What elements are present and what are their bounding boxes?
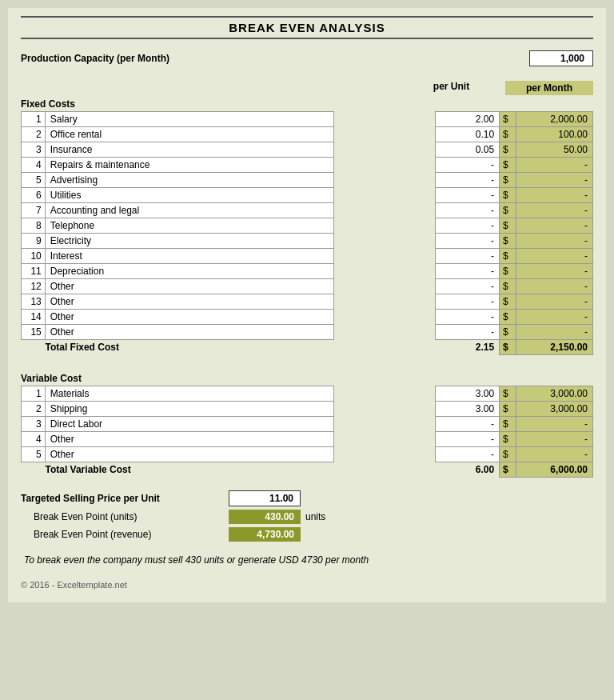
row-per-unit[interactable]: 3.00 <box>436 386 500 401</box>
fixed-costs-title: Fixed Costs <box>21 98 593 110</box>
row-label[interactable]: Other <box>45 294 333 310</box>
row-num: 14 <box>22 310 46 325</box>
row-per-unit[interactable]: - <box>436 310 500 325</box>
row-num: 7 <box>22 203 46 218</box>
fixed-total-label: Total Fixed Cost <box>22 340 385 355</box>
column-headers: per Unit per Month <box>21 81 593 95</box>
row-per-unit[interactable]: - <box>436 431 500 446</box>
row-per-unit[interactable]: - <box>436 249 500 264</box>
row-per-month: - <box>516 310 593 325</box>
row-label[interactable]: Other <box>45 431 333 446</box>
row-label[interactable]: Accounting and legal <box>45 203 333 218</box>
row-per-unit[interactable]: - <box>436 173 500 188</box>
row-per-unit[interactable]: - <box>436 203 500 218</box>
row-per-month: - <box>516 234 593 249</box>
row-label[interactable]: Office rental <box>45 127 333 142</box>
row-per-unit[interactable]: 2.00 <box>436 112 500 127</box>
fixed-cost-row: 14 Other - $ - <box>22 310 593 325</box>
row-label[interactable]: Interest <box>45 249 333 264</box>
row-num: 12 <box>22 279 46 294</box>
row-label[interactable]: Other <box>45 446 333 462</box>
row-per-month: - <box>516 446 593 462</box>
dollar-sign: $ <box>500 112 516 127</box>
row-label[interactable]: Other <box>45 310 333 325</box>
fixed-cost-row: 10 Interest - $ - <box>22 249 593 264</box>
row-per-unit[interactable]: 0.05 <box>436 142 500 158</box>
row-num: 5 <box>22 446 46 462</box>
footer: © 2016 - Exceltemplate.net <box>21 580 593 590</box>
row-per-unit[interactable]: 0.10 <box>436 127 500 142</box>
row-per-unit[interactable]: - <box>436 325 500 340</box>
dollar-sign: $ <box>500 294 516 310</box>
production-label: Production Capacity (per Month) <box>21 53 169 64</box>
row-label[interactable]: Utilities <box>45 188 333 203</box>
row-num: 2 <box>22 401 46 416</box>
row-per-unit[interactable]: - <box>436 416 500 431</box>
row-per-month: - <box>516 218 593 234</box>
row-per-unit[interactable]: - <box>436 158 500 173</box>
variable-costs-table: 1 Materials 3.00 $ 3,000.00 2 Shipping 3… <box>21 386 593 478</box>
fixed-costs-table: 1 Salary 2.00 $ 2,000.00 2 Office rental… <box>21 111 593 370</box>
row-per-unit[interactable]: - <box>436 218 500 234</box>
bottom-section: Targeted Selling Price per Unit 11.00 Br… <box>21 490 593 542</box>
row-per-unit[interactable]: - <box>436 188 500 203</box>
page-title: BREAK EVEN ANALYSIS <box>21 16 593 39</box>
row-label[interactable]: Repairs & maintenance <box>45 158 333 173</box>
row-per-month: - <box>516 264 593 279</box>
row-per-unit[interactable]: - <box>436 234 500 249</box>
row-label[interactable]: Electricity <box>45 234 333 249</box>
row-per-month: 50.00 <box>516 142 593 158</box>
row-label[interactable]: Depreciation <box>45 264 333 279</box>
row-per-month: 3,000.00 <box>516 386 593 401</box>
row-label[interactable]: Telephone <box>45 218 333 234</box>
fixed-cost-row: 6 Utilities - $ - <box>22 188 593 203</box>
row-label[interactable]: Other <box>45 279 333 294</box>
selling-price-value[interactable]: 11.00 <box>229 490 301 506</box>
variable-total-dollar: $ <box>500 462 516 477</box>
row-label[interactable]: Other <box>45 325 333 340</box>
dollar-sign: $ <box>500 218 516 234</box>
row-num: 1 <box>22 386 46 401</box>
main-container: BREAK EVEN ANALYSIS Production Capacity … <box>8 8 606 602</box>
row-per-month: - <box>516 325 593 340</box>
bep-units-value: 430.00 <box>229 510 301 524</box>
fixed-cost-row: 11 Depreciation - $ - <box>22 264 593 279</box>
row-label[interactable]: Materials <box>45 386 333 401</box>
row-per-unit[interactable]: - <box>436 279 500 294</box>
dollar-sign: $ <box>500 325 516 340</box>
selling-price-label: Targeted Selling Price per Unit <box>21 493 229 504</box>
row-per-unit[interactable]: 3.00 <box>436 401 500 416</box>
row-num: 6 <box>22 188 46 203</box>
row-label[interactable]: Salary <box>45 112 333 127</box>
row-per-month: - <box>516 249 593 264</box>
row-num: 15 <box>22 325 46 340</box>
fixed-cost-row: 7 Accounting and legal - $ - <box>22 203 593 218</box>
row-per-unit[interactable]: - <box>436 294 500 310</box>
variable-cost-row: 2 Shipping 3.00 $ 3,000.00 <box>22 401 593 416</box>
row-per-month: 100.00 <box>516 127 593 142</box>
dollar-sign: $ <box>500 158 516 173</box>
fixed-cost-row: 15 Other - $ - <box>22 325 593 340</box>
row-label[interactable]: Advertising <box>45 173 333 188</box>
row-label[interactable]: Direct Labor <box>45 416 333 431</box>
variable-cost-row: 4 Other - $ - <box>22 431 593 446</box>
dollar-sign: $ <box>500 401 516 416</box>
fixed-cost-row: 13 Other - $ - <box>22 294 593 310</box>
dollar-sign: $ <box>500 416 516 431</box>
row-per-unit[interactable]: - <box>436 446 500 462</box>
dollar-sign: $ <box>500 173 516 188</box>
production-capacity-row: Production Capacity (per Month) 1,000 <box>21 50 593 66</box>
variable-costs-title: Variable Cost <box>21 373 593 384</box>
dollar-sign: $ <box>500 249 516 264</box>
bep-units-row: Break Even Point (units) 430.00 units <box>21 510 593 524</box>
row-num: 9 <box>22 234 46 249</box>
row-num: 11 <box>22 264 46 279</box>
row-label[interactable]: Insurance <box>45 142 333 158</box>
row-per-month: - <box>516 173 593 188</box>
row-label[interactable]: Shipping <box>45 401 333 416</box>
production-value[interactable]: 1,000 <box>529 50 593 66</box>
variable-cost-row: 5 Other - $ - <box>22 446 593 462</box>
selling-price-row: Targeted Selling Price per Unit 11.00 <box>21 490 593 506</box>
row-num: 10 <box>22 249 46 264</box>
row-per-unit[interactable]: - <box>436 264 500 279</box>
